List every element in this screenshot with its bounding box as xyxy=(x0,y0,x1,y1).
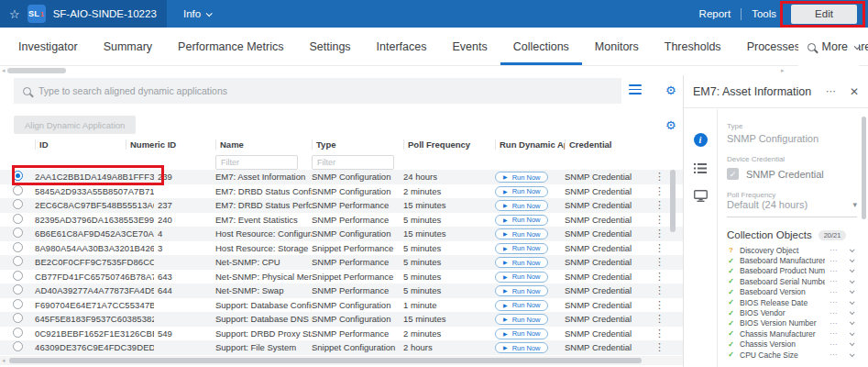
row-radio[interactable] xyxy=(13,284,23,295)
tab-events[interactable]: Events xyxy=(439,28,500,65)
tabs-horizontal-scrollbar[interactable]: ◂ ▸ xyxy=(0,66,797,75)
search-input[interactable] xyxy=(38,85,621,96)
row-menu-icon[interactable]: ⋮ xyxy=(654,299,683,311)
row-radio[interactable] xyxy=(13,313,23,323)
object-more-icon[interactable]: ⋯ xyxy=(830,350,838,359)
chevron-down-icon[interactable] xyxy=(850,330,855,336)
edit-button[interactable]: Edit xyxy=(791,5,857,24)
collection-object-row[interactable]: ✓ Chassis Version ⋯ xyxy=(727,339,857,350)
panel-more-icon[interactable]: ⋯ xyxy=(826,85,837,97)
row-menu-icon[interactable]: ⋮ xyxy=(654,271,683,283)
table-row[interactable]: 2EC6C8AC97BF548B55513A0 237 EM7: DRBD St… xyxy=(0,198,683,213)
row-menu-icon[interactable]: ⋮ xyxy=(654,341,683,353)
tab-thresholds[interactable]: Thresholds xyxy=(652,28,734,65)
run-now-button[interactable]: ▶Run Now xyxy=(495,186,548,197)
table-row[interactable]: BE2C0F0CFF9C7535FD86CCD Net-SNMP: CPU SN… xyxy=(0,255,683,270)
run-now-button[interactable]: ▶Run Now xyxy=(495,228,548,239)
chevron-down-icon[interactable] xyxy=(850,320,855,326)
row-menu-icon[interactable]: ⋮ xyxy=(654,256,683,268)
table-row[interactable]: 645F5E8183F9537C60385382 Support: Databa… xyxy=(0,312,683,327)
run-now-button[interactable]: ▶Run Now xyxy=(495,257,548,268)
row-radio[interactable] xyxy=(13,171,23,181)
name-filter-input[interactable] xyxy=(215,155,298,170)
collection-object-row[interactable]: ✓ BIOS Vendor ⋯ xyxy=(727,307,857,317)
column-type[interactable]: Type xyxy=(312,139,403,150)
table-row[interactable]: F690704E64E71A7CC55347BA Support: Databa… xyxy=(0,298,683,313)
more-tabs-menu[interactable]: More xyxy=(798,28,859,66)
collection-object-row[interactable]: ✓ Chassis Manufacturer ⋯ xyxy=(727,328,857,339)
chevron-down-icon[interactable] xyxy=(850,351,855,357)
object-more-icon[interactable]: ⋯ xyxy=(830,309,838,317)
menu-icon[interactable] xyxy=(629,84,642,95)
table-horizontal-scrollbar[interactable]: ◂ xyxy=(0,356,683,365)
scroll-left-icon[interactable]: ◂ xyxy=(2,356,5,365)
column-name[interactable]: Name xyxy=(215,139,312,150)
row-radio[interactable] xyxy=(13,271,23,281)
tab-summary[interactable]: Summary xyxy=(91,28,165,65)
table-row[interactable]: AD40A39277A4A77873FA4D5 644 Net-SNMP: Sw… xyxy=(0,284,683,298)
close-icon[interactable]: ✕ xyxy=(850,85,859,98)
gear-icon[interactable]: ⚙ xyxy=(665,84,676,96)
collection-object-row[interactable]: ✓ Baseboard Product Number ⋯ xyxy=(727,266,857,276)
chevron-down-icon[interactable] xyxy=(850,278,855,284)
tab-interfaces[interactable]: Interfaces xyxy=(364,28,440,65)
search-bar[interactable] xyxy=(14,78,621,104)
row-menu-icon[interactable]: ⋮ xyxy=(654,242,683,254)
favorite-star-icon[interactable]: ☆ xyxy=(9,8,20,20)
column-poll-frequency[interactable]: Poll Frequency xyxy=(403,139,495,150)
object-more-icon[interactable]: ⋯ xyxy=(830,246,838,254)
collection-object-row[interactable]: ✓ BIOS Version Number ⋯ xyxy=(727,318,857,328)
type-filter-input[interactable] xyxy=(312,155,394,170)
collection-object-row[interactable]: ✓ CPU Cache Size ⋯ xyxy=(727,350,857,360)
column-run-dynamic-app[interactable]: Run Dynamic App xyxy=(495,139,565,150)
tab-collections[interactable]: Collections xyxy=(500,28,582,65)
collection-object-row[interactable]: ? Discovery Object ⋯ xyxy=(727,245,857,255)
table-row[interactable]: 82395AD3796DA1638553E99 240 EM7: Event S… xyxy=(0,213,683,228)
row-menu-icon[interactable]: ⋮ xyxy=(654,228,683,239)
collection-object-row[interactable]: ✓ Baseboard Serial Number ⋯ xyxy=(727,276,857,286)
row-menu-icon[interactable]: ⋮ xyxy=(654,313,683,325)
table-row[interactable]: 8A980A54AA30B3A3201B426 3 Host Resource:… xyxy=(0,241,683,256)
tab-investigator[interactable]: Investigator xyxy=(5,28,91,65)
row-radio[interactable] xyxy=(13,199,23,209)
panel-vertical-scrollbar[interactable] xyxy=(862,117,866,219)
object-more-icon[interactable]: ⋯ xyxy=(830,298,838,306)
table-row[interactable]: 6B6E61C8AF9D452A3CE70AF 4 Host Resource:… xyxy=(0,227,683,241)
object-more-icon[interactable]: ⋯ xyxy=(830,329,838,338)
run-now-button[interactable]: ▶Run Now xyxy=(495,342,548,353)
collection-object-row[interactable]: ✓ BIOS Release Date ⋯ xyxy=(727,297,857,307)
row-menu-icon[interactable]: ⋮ xyxy=(654,328,683,339)
object-more-icon[interactable]: ⋯ xyxy=(830,288,838,296)
run-now-button[interactable]: ▶Run Now xyxy=(495,243,548,254)
credential-checkbox[interactable]: ✓ xyxy=(727,168,739,180)
run-now-button[interactable]: ▶Run Now xyxy=(495,328,548,339)
row-radio[interactable] xyxy=(13,185,23,195)
info-tab-icon[interactable]: i xyxy=(694,133,708,147)
column-id[interactable]: ID xyxy=(35,139,126,150)
list-tab-icon[interactable] xyxy=(694,163,707,173)
info-dropdown[interactable]: Info xyxy=(183,8,211,19)
gear-icon[interactable]: ⚙ xyxy=(665,119,676,131)
run-now-button[interactable]: ▶Run Now xyxy=(495,300,548,311)
table-vertical-scrollbar[interactable] xyxy=(670,170,676,232)
align-dynamic-application-button[interactable]: Align Dynamic Application xyxy=(14,116,136,134)
report-button[interactable]: Report xyxy=(699,8,731,19)
run-now-button[interactable]: ▶Run Now xyxy=(495,215,548,226)
object-more-icon[interactable]: ⋯ xyxy=(830,257,838,265)
table-row[interactable]: 2AA1C2BB1DA149A8B1FFF3A 239 EM7: Asset I… xyxy=(0,170,683,184)
row-radio[interactable] xyxy=(13,214,23,224)
row-radio[interactable] xyxy=(13,228,23,238)
search-icon[interactable] xyxy=(808,43,816,51)
row-menu-icon[interactable]: ⋮ xyxy=(654,171,683,183)
tab-performance-metrics[interactable]: Performance Metrics xyxy=(165,28,296,65)
chevron-down-icon[interactable] xyxy=(850,299,855,305)
tab-monitors[interactable]: Monitors xyxy=(582,28,652,65)
scroll-right-icon[interactable]: ▸ xyxy=(781,66,785,75)
chevron-down-icon[interactable] xyxy=(850,341,855,347)
table-row[interactable]: CB77FD41FC65750746B78A7 643 Net-SNMP: Ph… xyxy=(0,270,683,284)
poll-frequency-select[interactable]: Default (24 hours) ▾ xyxy=(727,199,857,217)
object-more-icon[interactable]: ⋯ xyxy=(830,340,838,349)
monitor-tab-icon[interactable] xyxy=(694,190,708,202)
row-menu-icon[interactable]: ⋮ xyxy=(654,185,683,197)
chevron-down-icon[interactable] xyxy=(850,258,855,263)
